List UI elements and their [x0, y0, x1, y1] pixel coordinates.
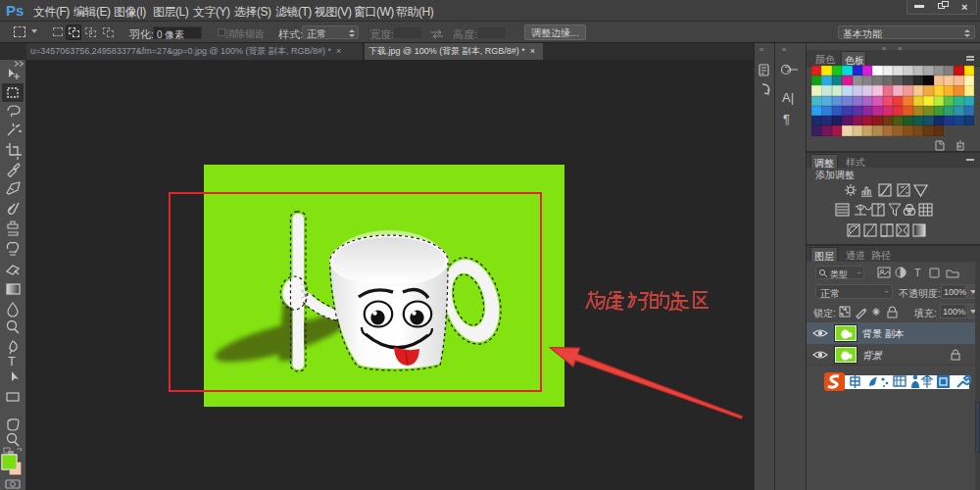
svg-text:T: T	[914, 267, 921, 278]
svg-text:A|: A|	[782, 90, 794, 105]
svg-text:¶: ¶	[783, 112, 790, 126]
